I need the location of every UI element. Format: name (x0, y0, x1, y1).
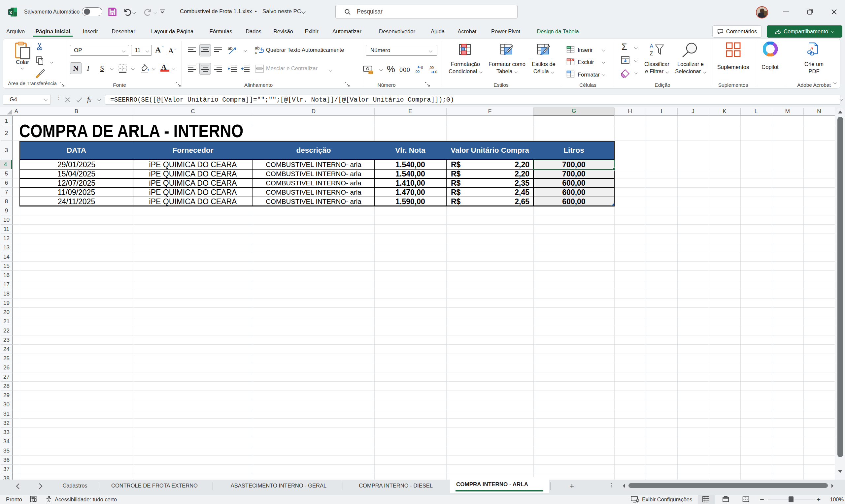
svg-text:Z: Z (650, 51, 653, 57)
svg-text:c: c (255, 50, 257, 55)
svg-text:,00: ,00 (415, 70, 420, 74)
svg-text:X: X (9, 10, 12, 15)
svg-text:ab: ab (255, 46, 260, 51)
svg-text:0: 0 (435, 70, 437, 74)
svg-text:,00: ,00 (429, 66, 434, 70)
svg-text:A: A (650, 43, 654, 50)
svg-text:0: 0 (421, 66, 423, 70)
svg-text:ab: ab (228, 46, 232, 51)
svg-text:A: A (810, 46, 813, 51)
